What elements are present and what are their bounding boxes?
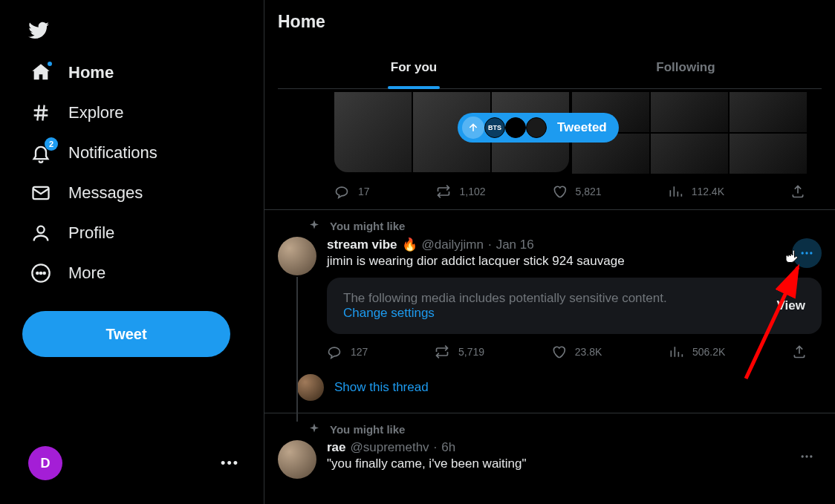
- svg-point-11: [810, 455, 812, 457]
- media-thumbnail[interactable]: [334, 92, 412, 172]
- sidebar: Home Explore 2 Notifications Messages Pr…: [0, 0, 264, 504]
- tweet-button[interactable]: Tweet: [22, 311, 230, 357]
- tweet-more-button[interactable]: [792, 238, 822, 268]
- main-column: Home For you Following: [264, 0, 835, 504]
- svg-point-8: [810, 252, 812, 254]
- views-button[interactable]: 506.2K: [669, 344, 725, 359]
- svg-point-9: [802, 455, 804, 457]
- retweet-button[interactable]: 1,102: [436, 184, 486, 199]
- header: Home For you Following: [264, 0, 835, 89]
- page-title: Home: [278, 12, 822, 32]
- pill-label: Tweeted: [557, 120, 607, 135]
- context-text: You might like: [330, 423, 405, 436]
- author-avatar[interactable]: [278, 237, 316, 275]
- share-button[interactable]: [790, 184, 805, 199]
- media-thumbnail[interactable]: [651, 134, 728, 174]
- svg-point-4: [40, 272, 42, 274]
- reply-button[interactable]: 17: [334, 184, 370, 199]
- tweet-time[interactable]: Jan 16: [496, 238, 534, 252]
- nav-home-label: Home: [68, 63, 114, 82]
- media-thumbnail[interactable]: [651, 92, 728, 132]
- nav-more-label: More: [68, 264, 105, 283]
- nav-explore[interactable]: Explore: [22, 93, 139, 133]
- media-thumbnail[interactable]: [730, 134, 807, 174]
- svg-point-6: [802, 252, 804, 254]
- hash-icon: [30, 102, 52, 124]
- notifications-badge: 2: [45, 137, 58, 151]
- like-count: 5,821: [576, 186, 602, 197]
- sensitive-content-warning: The following media includes potentially…: [327, 278, 822, 334]
- nav-explore-label: Explore: [68, 103, 124, 122]
- context-label: You might like: [308, 219, 822, 232]
- ellipsis-icon: •••: [221, 456, 239, 471]
- svg-point-1: [37, 226, 44, 233]
- nav-profile[interactable]: Profile: [22, 213, 129, 253]
- account-avatar: D: [28, 446, 62, 480]
- author-avatar[interactable]: [278, 440, 316, 479]
- like-button[interactable]: 5,821: [552, 184, 602, 199]
- author-name[interactable]: stream vibe: [327, 238, 397, 252]
- view-count: 506.2K: [692, 346, 725, 358]
- view-button[interactable]: View: [777, 298, 805, 313]
- new-tweets-pill[interactable]: BTS Tweeted: [458, 113, 619, 143]
- tweet[interactable]: You might like rae @supremethv · 6h "you…: [264, 413, 835, 479]
- nav-messages-label: Messages: [68, 183, 143, 203]
- share-button[interactable]: [792, 344, 807, 359]
- nav-more[interactable]: More: [22, 253, 120, 293]
- home-badge-dot: [46, 60, 53, 68]
- twitter-logo[interactable]: [22, 13, 56, 47]
- more-circle-icon: [30, 262, 52, 284]
- pill-avatar: [505, 117, 526, 138]
- context-label: You might like: [308, 422, 822, 436]
- arrow-up-icon: [462, 117, 484, 139]
- author-name[interactable]: rae: [327, 440, 346, 455]
- context-text: You might like: [330, 220, 405, 232]
- retweet-button[interactable]: 5,719: [435, 344, 484, 359]
- nav-home[interactable]: Home: [22, 53, 129, 93]
- nav-profile-label: Profile: [68, 223, 114, 243]
- nav-notifications[interactable]: 2 Notifications: [22, 133, 172, 173]
- like-count: 23.8K: [575, 346, 602, 358]
- svg-point-7: [805, 252, 808, 254]
- tweet-actions: 17 1,102 5,821 112.4K: [264, 174, 835, 210]
- tweet-more-button[interactable]: [792, 442, 822, 471]
- svg-point-5: [44, 272, 45, 274]
- tweet-time[interactable]: 6h: [441, 440, 455, 455]
- reply-count: 127: [351, 346, 368, 358]
- person-icon: [30, 222, 52, 244]
- home-icon: [30, 62, 52, 84]
- tweet-media-grid[interactable]: BTS Tweeted: [264, 92, 835, 174]
- svg-point-10: [805, 455, 808, 457]
- show-thread-link[interactable]: Show this thread: [334, 380, 429, 395]
- change-settings-link[interactable]: Change settings: [343, 306, 667, 321]
- sparkle-icon: [308, 422, 321, 436]
- views-button[interactable]: 112.4K: [668, 184, 724, 199]
- thread-avatar[interactable]: [297, 374, 324, 401]
- retweet-count: 1,102: [460, 186, 486, 197]
- sensitive-message: The following media includes potentially…: [343, 291, 667, 306]
- timeline-tabs: For you Following: [278, 47, 822, 89]
- author-handle[interactable]: @dailyjimn: [422, 238, 484, 252]
- tweet-text: jimin is wearing dior addict lacquer sti…: [327, 254, 822, 269]
- reply-button[interactable]: 127: [327, 344, 368, 359]
- svg-point-3: [36, 272, 38, 274]
- separator: ·: [488, 238, 492, 252]
- media-thumbnail[interactable]: [730, 92, 807, 132]
- name-emoji: 🔥: [402, 237, 418, 252]
- reply-count: 17: [358, 186, 370, 197]
- tweet-text: "you finally came, i've been waiting": [327, 456, 822, 471]
- account-switcher[interactable]: D •••: [22, 440, 245, 486]
- timeline-feed: BTS Tweeted 17 1,102 5,821 112.4K: [264, 89, 835, 479]
- sparkle-icon: [308, 219, 321, 232]
- view-count: 112.4K: [692, 186, 724, 197]
- thread-connector: [296, 277, 298, 422]
- bell-icon: 2: [30, 142, 52, 164]
- tab-following[interactable]: Following: [550, 47, 822, 88]
- separator: ·: [434, 440, 438, 455]
- retweet-count: 5,719: [458, 346, 484, 358]
- author-handle[interactable]: @supremethv: [351, 440, 429, 455]
- nav-messages[interactable]: Messages: [22, 173, 157, 213]
- tweet[interactable]: You might like stream vibe 🔥 @dailyjimn …: [264, 210, 835, 413]
- tab-for-you[interactable]: For you: [278, 47, 550, 88]
- like-button[interactable]: 23.8K: [551, 344, 602, 359]
